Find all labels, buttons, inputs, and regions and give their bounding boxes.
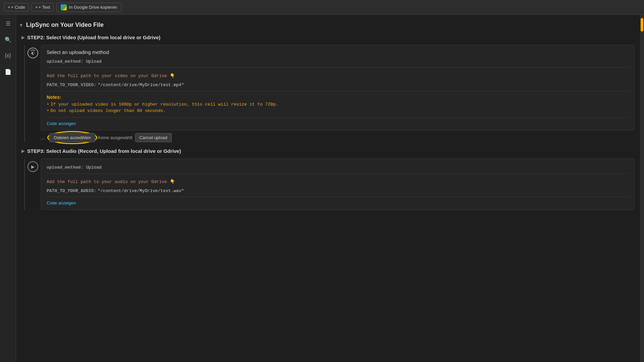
sidebar-search-icon[interactable]: 🔍: [2, 34, 14, 46]
step2-cell-row: ◐ Select an uploading method upload_meth…: [25, 45, 640, 130]
no-file-label: Keine ausgewählt: [98, 135, 132, 140]
step3-cell: ▶ upload_method: Upload Add the full pat…: [24, 159, 640, 210]
run-button-step2[interactable]: ◐: [28, 48, 38, 58]
step2-header: STEP2: Select Video (Upload from local d…: [27, 35, 160, 40]
sidebar: ☰ 🔍 {x} 📄: [0, 15, 16, 362]
step3-upload-method-row: upload_method: Upload: [47, 165, 629, 170]
show-code-link-step2[interactable]: Code anzeigen: [47, 121, 629, 126]
path-label: PATH_TO_YOUR_VIDEO:: [47, 82, 96, 87]
step3-gdrive-text: Add the full path to your audio on your …: [47, 177, 629, 186]
plus-icon-text: +: [35, 5, 38, 10]
spinner-icon: ◐: [31, 51, 35, 55]
divider1: [47, 67, 629, 68]
step3-path-row: PATH_TO_YOUR_AUDIO: "/content/drive/MyDr…: [47, 188, 629, 193]
sidebar-files-icon[interactable]: 📄: [2, 66, 14, 78]
step3-path-label: PATH_TO_YOUR_AUDIO:: [47, 188, 96, 193]
sidebar-menu-icon[interactable]: ☰: [2, 17, 14, 29]
toolbar: + + Code + + Text In Google Drive kopier…: [0, 0, 644, 15]
gdrive-text: Add the full path to your video on your …: [47, 71, 629, 80]
dots-button[interactable]: ...: [38, 134, 47, 141]
upload-method-label: upload_method:: [47, 59, 83, 64]
step3-divider2: [47, 197, 629, 197]
step3-cell-body: upload_method: Upload Add the full path …: [41, 159, 635, 210]
scrollbar-handle[interactable]: [641, 18, 643, 32]
step3-chevron[interactable]: ▶: [21, 149, 24, 154]
path-row: PATH_TO_YOUR_VIDEO: "/content/drive/MyDr…: [47, 82, 629, 87]
step3-cell-row: ▶ upload_method: Upload Add the full pat…: [25, 159, 640, 210]
step2-cell-title: Select an uploading method: [47, 49, 629, 55]
step2-chevron[interactable]: ▶: [21, 35, 24, 40]
divider2: [47, 91, 629, 91]
upload-method-row: upload_method: Upload: [47, 59, 629, 64]
notes-label: Notes:: [47, 95, 629, 100]
right-scrollbar[interactable]: [640, 15, 644, 362]
step3-header-row: ▶ STEP3: Select Audio (Record, Upload fr…: [16, 145, 640, 157]
show-code-link-step3[interactable]: Code anzeigen: [47, 200, 629, 205]
add-code-button[interactable]: + + Code: [4, 3, 29, 11]
upload-method-value: Upload: [86, 59, 102, 64]
notebook-title-row: ▼ LipSync on Your Video File: [16, 19, 640, 31]
play-icon: ▶: [31, 164, 35, 169]
main-content: ▼ LipSync on Your Video File ▶ STEP2: Se…: [16, 15, 640, 362]
layout: ☰ 🔍 {x} 📄 ▼ LipSync on Your Video File ▶…: [0, 15, 644, 362]
google-drive-icon: [61, 4, 67, 10]
step3-upload-method-value: Upload: [86, 165, 102, 170]
sidebar-variables-icon[interactable]: {x}: [2, 50, 14, 62]
step2-cell-body: Select an uploading method upload_method…: [41, 45, 635, 130]
drive-copy-button[interactable]: In Google Drive kopieren: [56, 3, 121, 12]
step2-cell: ◐ Select an uploading method upload_meth…: [24, 45, 640, 142]
path-value: "/content/drive/MyDrive/test.mp4": [98, 82, 184, 87]
plus-icon: +: [8, 5, 10, 10]
step3-divider1: [47, 173, 629, 174]
step3-upload-method-label: upload_method:: [47, 165, 83, 170]
run-button-step3[interactable]: ▶: [28, 161, 38, 172]
choose-file-button[interactable]: Dateien auswählen: [49, 133, 95, 142]
add-text-button[interactable]: + + Text: [32, 3, 54, 11]
note2: Do not upload videos longer than 60 seco…: [47, 108, 629, 114]
step2-header-row: ▶ STEP2: Select Video (Upload from local…: [16, 31, 640, 44]
step3-path-value: "/content/drive/MyDrive/test.wav": [98, 188, 184, 193]
divider3: [47, 117, 629, 118]
upload-row: ... Dateien auswählen Keine ausgewählt C…: [38, 133, 640, 142]
cancel-upload-button[interactable]: Cancel upload: [135, 133, 172, 142]
title-chevron[interactable]: ▼: [19, 22, 23, 28]
step3-header: STEP3: Select Audio (Record, Upload from…: [27, 148, 181, 154]
notebook-title: LipSync on Your Video File: [26, 21, 104, 28]
note1: If your uploaded video is 1080p or highe…: [47, 101, 629, 108]
